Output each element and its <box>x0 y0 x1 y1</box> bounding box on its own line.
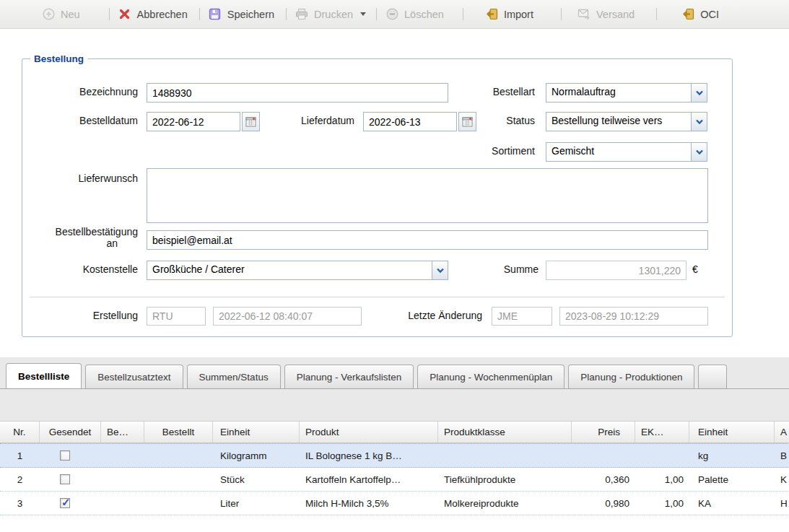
column-header-ek[interactable]: EK… <box>635 422 689 442</box>
cell-gesendet <box>40 468 101 491</box>
cell-bestellt <box>144 492 213 515</box>
cell-bestellt <box>144 468 213 491</box>
currency-symbol: € <box>692 263 698 275</box>
erstellung-timestamp-field <box>213 307 362 326</box>
order-form-panel: Bestellung Bezeichnung Bestellart Normal… <box>0 29 789 357</box>
sortiment-value: Gemischt <box>546 142 692 162</box>
bestellart-label: Bestellart <box>427 86 535 97</box>
column-header-einheit2[interactable]: Einheit <box>689 422 775 442</box>
gesendet-checkbox[interactable] <box>60 450 70 461</box>
cell-nr: 3 <box>0 492 40 515</box>
tab-partial[interactable] <box>698 365 727 388</box>
oci-label: OCI <box>700 9 719 20</box>
order-window: Neu Abbrechen Speichern Drucken <box>0 0 789 532</box>
column-header-einheit[interactable]: Einheit <box>213 422 300 442</box>
divider <box>30 297 725 297</box>
bestellbestaetigung-label-line2: an <box>22 237 138 249</box>
lieferwunsch-label: Lieferwunsch <box>22 173 138 184</box>
cell-produktklasse: Tiefkühlprodukte <box>438 468 572 491</box>
tabstrip-border <box>0 388 789 389</box>
table-row[interactable]: 2 Stück Kartoffeln Kartoffelp… Tiefkühlp… <box>0 468 789 492</box>
cell-produktklasse: Molkereiprodukte <box>438 492 572 515</box>
sortiment-label: Sortiment <box>427 145 535 157</box>
cancel-button[interactable]: Abbrechen <box>110 8 196 21</box>
gesendet-checkbox[interactable] <box>60 498 70 508</box>
lieferwunsch-textarea[interactable] <box>147 168 708 223</box>
status-combobox[interactable]: Bestellung teilweise vers <box>546 112 707 131</box>
column-header-gesendet[interactable]: Gesendet <box>40 422 101 442</box>
cell-einheit2: kg <box>689 444 775 467</box>
toolbar-separator <box>463 8 463 20</box>
lieferdatum-label: Lieferdatum <box>268 115 354 126</box>
bestellbestaetigung-input[interactable] <box>147 230 708 250</box>
chevron-down-icon[interactable] <box>432 261 448 280</box>
cancel-label: Abbrechen <box>137 9 188 20</box>
summe-label: Summe <box>448 263 539 275</box>
bestelldatum-input[interactable] <box>147 112 240 131</box>
cell-ek <box>635 444 689 467</box>
import-arrow-icon <box>485 8 498 21</box>
sortiment-combobox[interactable]: Gemischt <box>546 142 707 162</box>
chevron-down-icon[interactable] <box>692 112 707 131</box>
letzte-aenderung-timestamp-field <box>559 307 708 326</box>
toolbar-separator <box>561 8 562 20</box>
print-label: Drucken <box>314 9 353 20</box>
tab-bestellliste[interactable]: Bestellliste <box>6 363 82 388</box>
toolbar-separator <box>656 8 657 20</box>
column-header-preis[interactable]: Preis <box>572 422 635 442</box>
import-button[interactable]: Import <box>476 8 542 21</box>
import-label: Import <box>504 9 533 20</box>
cell-produktklasse <box>438 444 572 467</box>
cell-produkt: IL Bolognese 1 kg B… <box>300 444 438 467</box>
import-arrow-icon <box>681 8 694 21</box>
tab-planung-verkaufslisten[interactable]: Planung - Verkaufslisten <box>284 365 414 388</box>
column-header-bestellt[interactable]: Bestellt <box>144 422 213 442</box>
erstellung-user-field <box>147 307 206 326</box>
column-header-produkt[interactable]: Produkt <box>300 422 438 442</box>
bestellart-value: Normalauftrag <box>546 83 692 103</box>
bestelldatum-calendar-button[interactable] <box>242 112 260 131</box>
column-header-a[interactable]: A <box>775 422 789 442</box>
cell-be <box>101 492 144 515</box>
bezeichnung-label: Bezeichnung <box>22 86 138 97</box>
gesendet-checkbox[interactable] <box>60 474 70 484</box>
print-dropdown-arrow-icon[interactable] <box>360 12 366 16</box>
cell-einheit: Liter <box>213 492 300 515</box>
column-header-be[interactable]: Be… <box>101 422 144 442</box>
new-label: Neu <box>61 9 80 20</box>
save-button[interactable]: Speichern <box>200 8 283 21</box>
print-button[interactable]: Drucken <box>287 8 375 21</box>
tab-planung-produktionen[interactable]: Planung - Produktionen <box>568 365 694 388</box>
column-header-nr[interactable]: Nr. <box>0 422 40 442</box>
tab-bestellzusatztext[interactable]: Bestellzusatztext <box>85 365 183 388</box>
column-header-produktklasse[interactable]: Produktklasse <box>438 422 572 442</box>
kostenstelle-combobox[interactable]: Großküche / Caterer <box>147 261 448 280</box>
table-row[interactable]: 1 Kilogramm IL Bolognese 1 kg B… kg B <box>0 443 789 468</box>
letzte-aenderung-user-field <box>492 307 552 326</box>
tab-planung-wochenmenueplan[interactable]: Planung - Wochenmenüplan <box>417 365 564 388</box>
cell-einheit2: Palette <box>689 468 775 491</box>
order-fieldset: Bestellung Bezeichnung Bestellart Normal… <box>22 53 733 337</box>
delete-label: Löschen <box>404 9 444 20</box>
letzte-aenderung-label: Letzte Änderung <box>387 310 482 321</box>
grid-body: 1 Kilogramm IL Bolognese 1 kg B… kg B 2 … <box>0 443 789 515</box>
cell-nr: 2 <box>0 468 40 491</box>
tabstrip: Bestellliste Bestellzusatztext Summen/St… <box>0 364 789 388</box>
chevron-down-icon[interactable] <box>692 83 707 103</box>
bestellbestaetigung-label-line1: Bestellbestätigung <box>22 226 138 237</box>
cell-einheit2: KA <box>689 492 775 515</box>
cell-a: K <box>775 468 789 491</box>
tab-summen-status[interactable]: Summen/Status <box>187 365 281 388</box>
bezeichnung-input[interactable] <box>147 83 448 103</box>
chevron-down-icon[interactable] <box>692 142 707 162</box>
bestellart-combobox[interactable]: Normalauftrag <box>546 83 707 103</box>
table-row[interactable]: 3 Liter Milch H-Milch 3,5% Molkereiprodu… <box>0 492 789 515</box>
new-button[interactable]: Neu <box>33 8 89 21</box>
printer-icon <box>295 8 308 21</box>
calendar-icon <box>245 116 256 127</box>
erstellung-label: Erstellung <box>22 310 138 321</box>
send-button[interactable]: Versand <box>569 8 643 21</box>
plus-circle-icon <box>42 8 55 21</box>
oci-button[interactable]: OCI <box>673 8 728 21</box>
delete-button[interactable]: Löschen <box>377 8 453 21</box>
